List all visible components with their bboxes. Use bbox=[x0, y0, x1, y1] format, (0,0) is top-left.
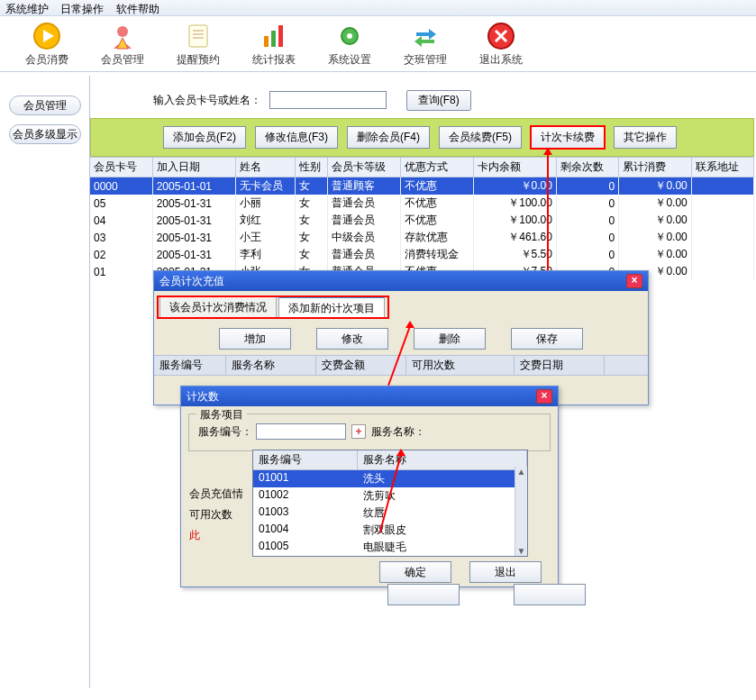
dd-cell-no: 01003 bbox=[253, 505, 358, 522]
dropdown-item[interactable]: 01003纹唇 bbox=[253, 505, 527, 522]
search-input[interactable] bbox=[269, 91, 387, 109]
cell bbox=[691, 246, 753, 263]
cell: ￥0.00 bbox=[619, 246, 692, 263]
col-header[interactable]: 累计消费 bbox=[619, 158, 692, 177]
cell: 小丽 bbox=[235, 195, 295, 212]
ok-button[interactable]: 确定 bbox=[379, 561, 451, 583]
manage-icon bbox=[108, 22, 137, 50]
sub-header: 交费日期 bbox=[515, 356, 605, 375]
side-labels: 会员充值情 可用次数 此 bbox=[189, 486, 243, 549]
col-header[interactable]: 会员卡号 bbox=[90, 158, 152, 177]
col-header[interactable]: 卡内余额 bbox=[473, 158, 556, 177]
cell: ￥461.60 bbox=[473, 229, 556, 246]
member-manage-button[interactable]: 会员管理 bbox=[9, 95, 81, 115]
toolbar-stats[interactable]: 统计报表 bbox=[249, 22, 299, 68]
service-dropdown[interactable]: 服务编号 服务名称 01001洗头01002洗剪吹01003纹唇01004割双眼… bbox=[252, 450, 528, 557]
scroll-up-icon[interactable]: ▲ bbox=[517, 467, 526, 477]
cell: 01 bbox=[90, 263, 152, 280]
table-row[interactable]: 022005-01-31李利女普通会员消费转现金￥5.500￥0.00 bbox=[90, 246, 754, 263]
toolbar-shift[interactable]: 交班管理 bbox=[400, 22, 451, 68]
svc-no-label: 服务编号： bbox=[198, 424, 252, 440]
toolbar-settings[interactable]: 系统设置 bbox=[324, 22, 375, 68]
cell: 0 bbox=[556, 195, 618, 212]
tab-consume-history[interactable]: 该会员计次消费情况 bbox=[159, 296, 277, 319]
cell: 存款优惠 bbox=[401, 229, 474, 246]
dropdown-item[interactable]: 01001洗头 bbox=[253, 470, 527, 487]
main-area: 输入会员卡号或姓名： 查询(F8) 添加会员(F2) 修改信息(F3) 删除会员… bbox=[90, 76, 754, 280]
col-header[interactable]: 加入日期 bbox=[152, 158, 235, 177]
toolbar-exit[interactable]: 退出系统 bbox=[476, 22, 526, 68]
svc-name-label: 服务名称： bbox=[371, 424, 425, 440]
exit-button[interactable]: 退出 bbox=[469, 561, 542, 583]
dropdown-item[interactable]: 01005电眼睫毛 bbox=[253, 539, 527, 556]
cell: ￥0.00 bbox=[619, 177, 692, 195]
table-row[interactable]: 042005-01-31刘红女普通会员不优惠￥100.000￥0.00 bbox=[90, 212, 754, 229]
dlg-add-button[interactable]: 增加 bbox=[219, 328, 291, 350]
cell: 普通顾客 bbox=[328, 177, 401, 195]
sub-header: 可用次数 bbox=[406, 356, 515, 375]
col-header[interactable]: 剩余次数 bbox=[556, 158, 618, 177]
stray-btn-2[interactable] bbox=[514, 584, 586, 605]
other-ops-button[interactable]: 其它操作 bbox=[614, 126, 677, 149]
dlg-edit-button[interactable]: 修改 bbox=[316, 328, 388, 350]
query-button[interactable]: 查询(F8) bbox=[406, 90, 471, 111]
service-group-legend: 服务项目 bbox=[196, 407, 247, 423]
col-header[interactable]: 会员卡等级 bbox=[328, 158, 401, 177]
table-row[interactable]: 052005-01-31小丽女普通会员不优惠￥100.000￥0.00 bbox=[90, 195, 754, 212]
table-row[interactable]: 00002005-01-01无卡会员女普通顾客不优惠￥0.000￥0.00 bbox=[90, 177, 754, 195]
dropdown-item[interactable]: 01002洗剪吹 bbox=[253, 487, 527, 505]
col-header[interactable]: 性别 bbox=[295, 158, 328, 177]
toolbar-label: 交班管理 bbox=[404, 52, 447, 68]
table-row[interactable]: 032005-01-31小王女中级会员存款优惠￥461.600￥0.00 bbox=[90, 229, 754, 246]
dd-cell-name: 割双眼皮 bbox=[358, 522, 412, 539]
cell bbox=[691, 177, 753, 195]
close-icon[interactable]: × bbox=[626, 274, 642, 288]
dd-hdr-name: 服务名称 bbox=[358, 450, 527, 469]
member-table[interactable]: 会员卡号加入日期姓名性别会员卡等级优惠方式卡内余额剩余次数累计消费联系地址 00… bbox=[90, 157, 754, 280]
cell: ￥100.00 bbox=[473, 212, 556, 229]
toolbar-consume[interactable]: 会员消费 bbox=[22, 22, 72, 68]
toolbar-remind[interactable]: 提醒预约 bbox=[173, 22, 223, 68]
count-card-renew-button[interactable]: 计次卡续费 bbox=[531, 126, 605, 149]
sub-header: 服务名称 bbox=[226, 356, 316, 375]
scroll-down-icon[interactable]: ▼ bbox=[517, 546, 526, 556]
cell: 女 bbox=[295, 212, 328, 229]
dlg-del-button[interactable]: 删除 bbox=[414, 328, 486, 350]
svg-rect-10 bbox=[278, 25, 283, 47]
main-toolbar: 会员消费会员管理提醒预约统计报表系统设置交班管理退出系统 bbox=[0, 16, 756, 72]
svc-no-input[interactable] bbox=[256, 423, 346, 440]
cell bbox=[691, 229, 753, 246]
cell: 普通会员 bbox=[328, 246, 401, 263]
stray-btn-1[interactable] bbox=[387, 584, 460, 605]
add-member-button[interactable]: 添加会员(F2) bbox=[163, 126, 246, 149]
left-panel: 会员管理 会员多级显示 bbox=[0, 76, 90, 688]
lookup-icon[interactable]: + bbox=[351, 424, 366, 439]
delete-member-button[interactable]: 删除会员(F4) bbox=[347, 126, 430, 149]
toolbar-manage[interactable]: 会员管理 bbox=[97, 22, 148, 68]
renew-member-button[interactable]: 会员续费(F5) bbox=[439, 126, 522, 149]
close-icon[interactable]: × bbox=[536, 389, 552, 404]
member-multi-button[interactable]: 会员多级显示 bbox=[9, 124, 81, 144]
cell: ￥0.00 bbox=[619, 212, 692, 229]
menu-help[interactable]: 软件帮助 bbox=[116, 3, 159, 15]
exit-icon bbox=[487, 22, 515, 50]
cell: 女 bbox=[295, 195, 328, 212]
edit-member-button[interactable]: 修改信息(F3) bbox=[255, 126, 338, 149]
toolbar-label: 系统设置 bbox=[328, 52, 371, 68]
col-header[interactable]: 联系地址 bbox=[691, 158, 753, 177]
menu-sys[interactable]: 系统维护 bbox=[5, 3, 49, 15]
scrollbar[interactable]: ▲ ▼ bbox=[515, 467, 527, 556]
svg-point-2 bbox=[117, 26, 128, 37]
toolbar-label: 会员管理 bbox=[101, 52, 144, 68]
cell: 04 bbox=[90, 212, 152, 229]
cell: 不优惠 bbox=[401, 212, 474, 229]
cell: 小王 bbox=[235, 229, 295, 246]
shift-icon bbox=[411, 22, 440, 50]
col-header[interactable]: 姓名 bbox=[235, 158, 295, 177]
col-header[interactable]: 优惠方式 bbox=[401, 158, 474, 177]
tab-add-count-item[interactable]: 添加新的计次项目 bbox=[278, 296, 385, 319]
menu-daily[interactable]: 日常操作 bbox=[60, 3, 104, 15]
dropdown-item[interactable]: 01004割双眼皮 bbox=[253, 522, 527, 539]
dlg-save-button[interactable]: 保存 bbox=[511, 328, 583, 350]
cell: 无卡会员 bbox=[235, 177, 295, 195]
